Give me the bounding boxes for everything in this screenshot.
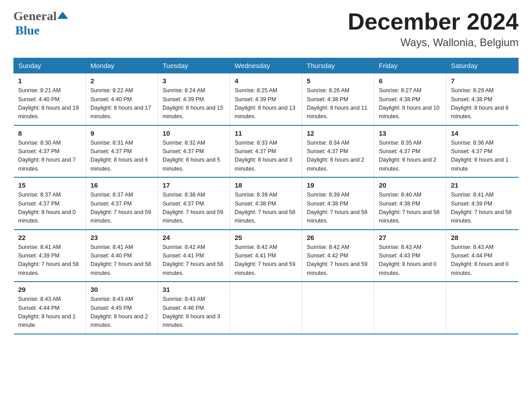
- day-number: 8: [18, 129, 82, 137]
- calendar-day-header: Sunday: [14, 58, 86, 73]
- calendar-day-cell: [302, 282, 374, 334]
- calendar-day-cell: 28 Sunrise: 8:43 AMSunset: 4:44 PMDaylig…: [446, 230, 519, 282]
- calendar-day-cell: 30 Sunrise: 8:43 AMSunset: 4:45 PMDaylig…: [86, 282, 158, 334]
- day-info: Sunrise: 8:43 AMSunset: 4:45 PMDaylight:…: [90, 295, 153, 330]
- calendar-day-cell: 15 Sunrise: 8:37 AMSunset: 4:37 PMDaylig…: [14, 177, 86, 230]
- calendar-day-cell: 3 Sunrise: 8:24 AMSunset: 4:39 PMDayligh…: [158, 73, 230, 125]
- day-info: Sunrise: 8:22 AMSunset: 4:40 PMDaylight:…: [90, 86, 153, 121]
- day-number: 9: [90, 129, 153, 137]
- logo-blue-text: Blue: [15, 23, 39, 37]
- day-number: 20: [379, 181, 442, 189]
- page-header: General Blue December 2024 Ways, Walloni…: [13, 9, 519, 49]
- day-number: 12: [307, 129, 369, 137]
- day-info: Sunrise: 8:34 AMSunset: 4:37 PMDaylight:…: [307, 139, 369, 174]
- calendar-day-cell: 1 Sunrise: 8:21 AMSunset: 4:40 PMDayligh…: [14, 73, 86, 125]
- calendar-week-row: 29 Sunrise: 8:43 AMSunset: 4:44 PMDaylig…: [14, 282, 519, 334]
- calendar-day-cell: 19 Sunrise: 8:39 AMSunset: 4:38 PMDaylig…: [302, 177, 374, 230]
- calendar-day-cell: 8 Sunrise: 8:30 AMSunset: 4:37 PMDayligh…: [14, 125, 86, 178]
- calendar-day-cell: 11 Sunrise: 8:33 AMSunset: 4:37 PMDaylig…: [230, 125, 302, 178]
- day-number: 23: [90, 234, 153, 241]
- day-info: Sunrise: 8:39 AMSunset: 4:38 PMDaylight:…: [235, 191, 297, 226]
- day-number: 5: [307, 77, 369, 85]
- day-number: 6: [379, 77, 442, 85]
- calendar-day-cell: [446, 282, 519, 334]
- calendar-day-header: Friday: [374, 58, 446, 73]
- calendar-day-cell: 20 Sunrise: 8:40 AMSunset: 4:38 PMDaylig…: [374, 177, 446, 230]
- calendar-day-cell: 7 Sunrise: 8:29 AMSunset: 4:38 PMDayligh…: [446, 73, 519, 125]
- day-info: Sunrise: 8:43 AMSunset: 4:44 PMDaylight:…: [451, 243, 514, 278]
- day-info: Sunrise: 8:39 AMSunset: 4:38 PMDaylight:…: [307, 191, 369, 226]
- day-info: Sunrise: 8:41 AMSunset: 4:39 PMDaylight:…: [18, 243, 82, 278]
- day-info: Sunrise: 8:29 AMSunset: 4:38 PMDaylight:…: [451, 86, 514, 121]
- day-info: Sunrise: 8:38 AMSunset: 4:37 PMDaylight:…: [163, 191, 225, 226]
- calendar-day-cell: 26 Sunrise: 8:42 AMSunset: 4:42 PMDaylig…: [302, 230, 374, 282]
- day-info: Sunrise: 8:43 AMSunset: 4:44 PMDaylight:…: [18, 295, 82, 330]
- day-info: Sunrise: 8:36 AMSunset: 4:37 PMDaylight:…: [451, 139, 514, 174]
- day-info: Sunrise: 8:37 AMSunset: 4:37 PMDaylight:…: [90, 191, 153, 226]
- day-number: 18: [235, 181, 297, 189]
- day-number: 27: [379, 234, 442, 241]
- logo: General Blue: [13, 9, 69, 38]
- calendar-day-cell: 6 Sunrise: 8:27 AMSunset: 4:38 PMDayligh…: [374, 73, 446, 125]
- day-number: 28: [451, 234, 514, 241]
- logo-general-text: General: [13, 9, 56, 23]
- day-number: 17: [163, 181, 225, 189]
- calendar-day-cell: 29 Sunrise: 8:43 AMSunset: 4:44 PMDaylig…: [14, 282, 86, 334]
- calendar-day-cell: 27 Sunrise: 8:43 AMSunset: 4:43 PMDaylig…: [374, 230, 446, 282]
- day-info: Sunrise: 8:33 AMSunset: 4:37 PMDaylight:…: [235, 139, 297, 174]
- day-number: 22: [18, 234, 82, 241]
- day-number: 14: [451, 129, 514, 137]
- day-number: 13: [379, 129, 442, 137]
- calendar-day-cell: 25 Sunrise: 8:42 AMSunset: 4:41 PMDaylig…: [230, 230, 302, 282]
- calendar-day-cell: 12 Sunrise: 8:34 AMSunset: 4:37 PMDaylig…: [302, 125, 374, 178]
- day-info: Sunrise: 8:24 AMSunset: 4:39 PMDaylight:…: [163, 86, 225, 121]
- calendar-day-cell: 16 Sunrise: 8:37 AMSunset: 4:37 PMDaylig…: [86, 177, 158, 230]
- day-number: 21: [451, 181, 514, 189]
- day-number: 4: [235, 77, 297, 85]
- day-number: 26: [307, 234, 369, 241]
- day-number: 31: [163, 286, 225, 293]
- day-number: 2: [90, 77, 153, 85]
- day-info: Sunrise: 8:35 AMSunset: 4:37 PMDaylight:…: [379, 139, 442, 174]
- day-number: 30: [90, 286, 153, 293]
- day-info: Sunrise: 8:43 AMSunset: 4:43 PMDaylight:…: [379, 243, 442, 278]
- day-info: Sunrise: 8:25 AMSunset: 4:39 PMDaylight:…: [235, 86, 297, 121]
- day-info: Sunrise: 8:26 AMSunset: 4:38 PMDaylight:…: [307, 86, 369, 121]
- calendar-day-cell: 31 Sunrise: 8:43 AMSunset: 4:46 PMDaylig…: [158, 282, 230, 334]
- svg-marker-0: [57, 12, 68, 19]
- calendar-day-cell: 22 Sunrise: 8:41 AMSunset: 4:39 PMDaylig…: [14, 230, 86, 282]
- day-info: Sunrise: 8:31 AMSunset: 4:37 PMDaylight:…: [90, 139, 153, 174]
- calendar-day-header: Wednesday: [230, 58, 302, 73]
- day-info: Sunrise: 8:37 AMSunset: 4:37 PMDaylight:…: [18, 191, 82, 226]
- day-number: 15: [18, 181, 82, 189]
- day-info: Sunrise: 8:30 AMSunset: 4:37 PMDaylight:…: [18, 139, 82, 174]
- title-block: December 2024 Ways, Wallonia, Belgium: [348, 9, 519, 49]
- day-number: 25: [235, 234, 297, 241]
- calendar-day-cell: [374, 282, 446, 334]
- day-info: Sunrise: 8:42 AMSunset: 4:42 PMDaylight:…: [307, 243, 369, 278]
- calendar-week-row: 22 Sunrise: 8:41 AMSunset: 4:39 PMDaylig…: [14, 230, 519, 282]
- calendar-day-cell: 17 Sunrise: 8:38 AMSunset: 4:37 PMDaylig…: [158, 177, 230, 230]
- calendar-day-cell: 14 Sunrise: 8:36 AMSunset: 4:37 PMDaylig…: [446, 125, 519, 178]
- calendar-week-row: 8 Sunrise: 8:30 AMSunset: 4:37 PMDayligh…: [14, 125, 519, 178]
- calendar-day-cell: 23 Sunrise: 8:41 AMSunset: 4:40 PMDaylig…: [86, 230, 158, 282]
- day-info: Sunrise: 8:42 AMSunset: 4:41 PMDaylight:…: [163, 243, 225, 278]
- month-title: December 2024: [348, 9, 519, 34]
- calendar-week-row: 15 Sunrise: 8:37 AMSunset: 4:37 PMDaylig…: [14, 177, 519, 230]
- day-number: 16: [90, 181, 153, 189]
- day-info: Sunrise: 8:41 AMSunset: 4:40 PMDaylight:…: [90, 243, 153, 278]
- location-title: Ways, Wallonia, Belgium: [348, 36, 519, 49]
- calendar-day-cell: 5 Sunrise: 8:26 AMSunset: 4:38 PMDayligh…: [302, 73, 374, 125]
- calendar-day-cell: 4 Sunrise: 8:25 AMSunset: 4:39 PMDayligh…: [230, 73, 302, 125]
- day-info: Sunrise: 8:42 AMSunset: 4:41 PMDaylight:…: [235, 243, 297, 278]
- day-info: Sunrise: 8:43 AMSunset: 4:46 PMDaylight:…: [163, 295, 225, 330]
- calendar-day-cell: 21 Sunrise: 8:41 AMSunset: 4:39 PMDaylig…: [446, 177, 519, 230]
- day-info: Sunrise: 8:27 AMSunset: 4:38 PMDaylight:…: [379, 86, 442, 121]
- day-number: 7: [451, 77, 514, 85]
- calendar-day-cell: 18 Sunrise: 8:39 AMSunset: 4:38 PMDaylig…: [230, 177, 302, 230]
- day-number: 24: [163, 234, 225, 241]
- calendar-day-cell: 13 Sunrise: 8:35 AMSunset: 4:37 PMDaylig…: [374, 125, 446, 178]
- day-number: 3: [163, 77, 225, 85]
- calendar-table: SundayMondayTuesdayWednesdayThursdayFrid…: [13, 58, 519, 334]
- day-info: Sunrise: 8:41 AMSunset: 4:39 PMDaylight:…: [451, 191, 514, 226]
